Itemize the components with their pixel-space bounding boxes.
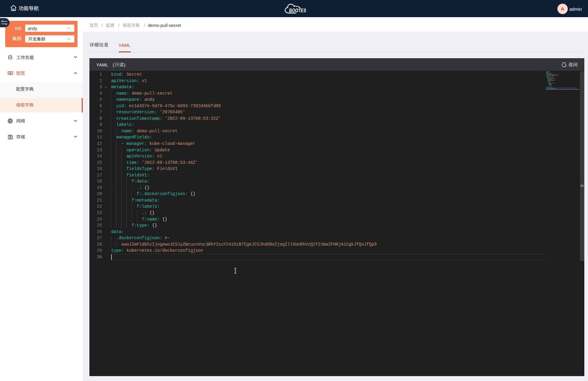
svg-text:BOOTES: BOOTES bbox=[289, 8, 306, 13]
